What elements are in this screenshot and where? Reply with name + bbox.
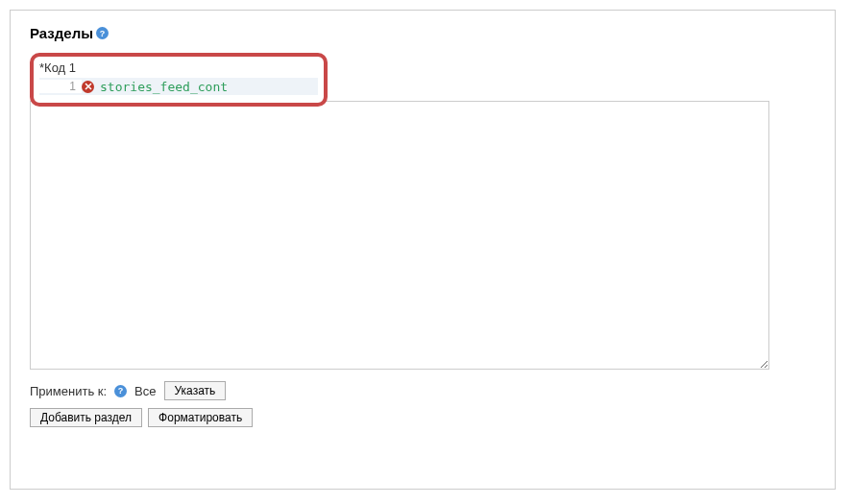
page-title: Разделы ? <box>30 25 815 41</box>
editor-gutter <box>31 102 84 369</box>
add-section-button[interactable]: Добавить раздел <box>30 408 142 427</box>
specify-button[interactable]: Указать <box>164 381 227 400</box>
action-buttons: Добавить раздел Форматировать <box>30 408 815 427</box>
code-label: *Код 1 <box>39 60 318 75</box>
format-button[interactable]: Форматировать <box>148 408 253 427</box>
apply-controls: Применить к: ? Все Указать <box>30 381 815 400</box>
title-text: Разделы <box>30 25 93 41</box>
editor-code-area[interactable] <box>84 102 768 369</box>
apply-label: Применить к: <box>30 384 107 398</box>
error-icon[interactable] <box>82 81 94 93</box>
help-icon-apply[interactable]: ? <box>114 385 127 397</box>
line-number: 1 <box>39 80 82 93</box>
highlight-annotation: *Код 1 1 stories_feed_cont <box>30 53 328 107</box>
help-icon[interactable]: ? <box>96 27 109 39</box>
code-content[interactable]: stories_feed_cont <box>100 80 228 94</box>
sections-panel: Разделы ? *Код 1 1 stories_feed_cont При… <box>10 10 836 490</box>
apply-value: Все <box>134 384 156 398</box>
code-editor[interactable] <box>30 101 769 370</box>
